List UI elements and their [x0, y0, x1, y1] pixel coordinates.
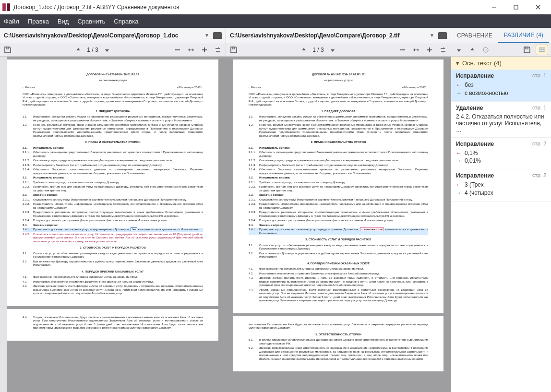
path-right-prefix: C:\Users\avishnyakova\Desktop\Демо\Compa…	[230, 32, 362, 39]
tool-row: 1 / 3 1 / 3	[0, 43, 551, 57]
page-down-icon[interactable]	[102, 45, 112, 55]
svg-rect-0	[2, 3, 6, 11]
svg-rect-3	[514, 5, 518, 9]
scroll-ruler[interactable]	[0, 57, 7, 392]
svg-line-17	[484, 48, 488, 52]
ignore-diff-icon[interactable]	[481, 45, 491, 55]
menu-file[interactable]: Файл	[4, 18, 19, 25]
page-up-icon[interactable]	[73, 45, 83, 55]
prev-diff-icon[interactable]	[454, 45, 464, 55]
zoom-in-icon[interactable]	[200, 45, 209, 55]
tab-differences[interactable]: РАЗЛИЧИЯ (4)	[498, 28, 549, 43]
highlighted-diff-right[interactable]: 2.4.1.Проверять ход и качество оказания …	[249, 228, 428, 235]
doc-header: ДОГОВОР № 65-1201/059- 26.01.R1.12	[23, 73, 203, 77]
save-report-icon[interactable]	[522, 45, 532, 55]
doc-subheader: на рекламные услуги	[23, 79, 203, 83]
document-pane-left[interactable]: ДОГОВОР № 65-1201/059- 26.01.R1.12 на ре…	[0, 57, 226, 392]
fit-width-icon[interactable]	[186, 45, 196, 55]
menu-edit[interactable]: Правка	[28, 18, 49, 25]
menu-help[interactable]: Справка	[114, 18, 138, 25]
compare-tabs: СРАВНЕНИЕ РАЗЛИЧИЯ (4)	[451, 28, 551, 43]
diff-item[interactable]: Исправлениестр. 1 ←без →с возможностью	[451, 70, 551, 102]
titlebar: Договор_1.doc / Договор_2.tif - ABBYY Ср…	[0, 0, 551, 14]
app-icon	[2, 3, 11, 12]
menubar: Файл Правка Вид Сравнить Справка	[0, 14, 551, 28]
arrow-left-icon: ←	[456, 149, 462, 157]
page-right: ДОГОВОР № 65-1201/059- 26.01.R1.12 на ре…	[233, 59, 443, 313]
document-pane-right[interactable]: ДОГОВОР № 65-1201/059- 26.01.R1.12 на ре…	[226, 57, 451, 392]
path-cell-right: C:\Users\avishnyakova\Desktop\Демо\Compa…	[226, 28, 451, 43]
path-right-file: Договор_2.tif	[362, 32, 399, 39]
swap-icon[interactable]	[438, 45, 448, 55]
svg-rect-1	[7, 3, 10, 11]
diff-list: Исправлениестр. 1 ←без →с возможностью У…	[451, 70, 551, 392]
next-diff-icon[interactable]	[467, 45, 477, 55]
path-left-prefix: C:\Users\avishnyakova\Desktop\Демо\Compa…	[4, 32, 136, 39]
menu-compare[interactable]: Сравнить	[77, 18, 105, 25]
path-row: C:\Users\avishnyakova\Desktop\Демо\Compa…	[0, 28, 551, 43]
path-cell-left: C:\Users\avishnyakova\Desktop\Демо\Compa…	[0, 28, 226, 43]
minimize-button[interactable]	[483, 0, 505, 14]
fit-width-icon[interactable]	[411, 45, 421, 55]
diff-item[interactable]: Исправлениестр. 2 ←3 (Трех →4 (четырех	[451, 169, 551, 202]
menu-view[interactable]: Вид	[58, 18, 69, 25]
close-button[interactable]	[527, 0, 549, 14]
chevron-down-icon: ▾	[456, 59, 459, 67]
chevron-down-icon[interactable]: ▼	[204, 33, 209, 38]
tab-compare[interactable]: СРАВНЕНИЕ	[451, 28, 498, 43]
arrow-left-icon: ←	[456, 81, 462, 89]
workspace: ДОГОВОР № 65-1201/059- 26.01.R1.12 на ре…	[0, 57, 551, 392]
zoom-out-icon[interactable]	[398, 45, 407, 55]
zoom-out-icon[interactable]	[173, 45, 182, 55]
arrow-right-icon: →	[456, 89, 462, 97]
maximize-button[interactable]	[505, 0, 527, 14]
page-indicator-right: 1 / 3	[312, 47, 323, 53]
folder-icon[interactable]	[438, 32, 447, 39]
page-right-2: выставления Исполнителем Акта будет засч…	[233, 316, 443, 372]
window-title: Договор_1.doc / Договор_2.tif - ABBYY Ср…	[13, 4, 483, 11]
swap-icon[interactable]	[213, 45, 223, 55]
save-icon[interactable]	[229, 45, 239, 55]
differences-pane: ▾ Осн. текст (4) Исправлениестр. 1 ←без …	[451, 57, 551, 392]
page-left-2: 4.4.Услуги, оказанные Исполнителем, буду…	[7, 309, 218, 341]
folder-icon[interactable]	[213, 32, 222, 39]
arrow-left-icon: ←	[456, 181, 462, 189]
diff-group-header[interactable]: ▾ Осн. текст (4)	[451, 57, 551, 70]
page-down-icon[interactable]	[328, 45, 337, 55]
page-up-icon[interactable]	[299, 45, 309, 55]
path-left-file: Договор_1.doc	[136, 32, 178, 39]
page-indicator-left: 1 / 3	[87, 47, 98, 53]
arrow-right-icon: →	[456, 157, 462, 165]
diff-item[interactable]: Удалениестр. 1 2.4.2. Отказаться полност…	[451, 102, 551, 138]
chevron-down-icon[interactable]: ▼	[430, 33, 434, 38]
highlighted-diff-left[interactable]: 2.4.1.Проверять ход и качество оказания …	[23, 228, 203, 232]
zoom-in-icon[interactable]	[425, 45, 434, 55]
save-icon[interactable]	[3, 45, 12, 55]
diff-item[interactable]: Исправлениестр. 2 ←0,1% →0,01%	[451, 138, 551, 170]
list-view-toggle[interactable]	[536, 45, 548, 55]
arrow-right-icon: →	[456, 189, 462, 197]
page-left: ДОГОВОР № 65-1201/059- 26.01.R1.12 на ре…	[7, 59, 218, 306]
